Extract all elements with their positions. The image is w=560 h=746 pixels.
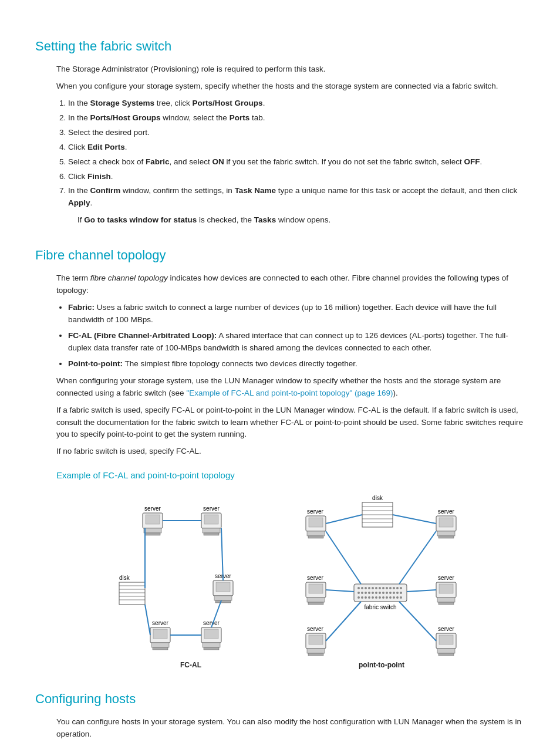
fcal-server-bl-base	[151, 643, 169, 647]
fcal-server-br-stand	[204, 647, 219, 650]
ptp-switch-dot5	[372, 587, 374, 589]
ptp-switch-dot16	[365, 592, 367, 594]
step5-bold2: ON	[212, 157, 224, 166]
ptp-server-br-base	[437, 649, 455, 653]
setting-note: If Go to tasks window for status is chec…	[56, 214, 525, 227]
fibre-para3: If a fabric switch is used, specify FC-A…	[56, 404, 525, 441]
ptp-switch-dot37	[393, 596, 395, 599]
ptp-server-tr-screen	[439, 518, 453, 527]
ptp-switch-dot38	[396, 596, 399, 599]
example-subtitle: Example of FC-AL and point-to-point topo…	[56, 468, 525, 482]
ptp-server-bl-stand	[308, 653, 323, 656]
fcal-disk-label: disk	[119, 575, 130, 581]
fcal-server-tl-screen	[146, 515, 160, 524]
step2-bold2: Ports	[230, 113, 250, 122]
fcal-diagram: disk server server	[109, 493, 273, 671]
step-7: In the Confirm window, confirm the setti…	[68, 185, 525, 210]
bullet-fcal: FC-AL (Fibre Channel-Arbitrated Loop): A…	[68, 330, 525, 355]
fcal-server-br-base	[203, 643, 220, 647]
ptp-fabric-switch-label: fabric switch	[364, 604, 396, 610]
fcal-server-tl-label: server	[144, 505, 161, 512]
fibre-channel-topology-title: Fibre channel topology	[35, 245, 525, 265]
ptp-server-tr-stand	[438, 536, 454, 538]
ptp-switch-dot27	[357, 596, 360, 599]
bullet-fabric: Fabric: Uses a fabric switch to connect …	[68, 302, 525, 326]
ptp-server-bl-base	[307, 649, 325, 653]
ptp-switch-dot13	[400, 587, 402, 589]
ptp-switch-dot35	[386, 596, 388, 599]
ptp-switch-dot24	[393, 592, 395, 594]
step1-bold2: Ports/Host Groups	[193, 99, 263, 107]
ptp-switch-dot28	[361, 596, 363, 599]
ptp-switch-dot6	[375, 587, 377, 589]
ptp-line1	[326, 515, 362, 524]
step1-bold1: Storage Systems	[90, 99, 155, 107]
ptp-switch-dot34	[382, 596, 384, 599]
ptp-switch-dot36	[389, 596, 392, 599]
fibre-para2: When configuring your storage system, us…	[56, 375, 525, 400]
ptp-server-mr-base	[437, 598, 455, 602]
ptp-switch-dot3	[365, 587, 367, 589]
ptp-switch-dot26	[400, 592, 402, 594]
ptp-server-br-screen	[439, 635, 453, 644]
setting-steps-list: In the Storage Systems tree, click Ports…	[56, 97, 525, 210]
step-3: Select the desired port.	[68, 127, 525, 139]
fibre-italic: fibre channel topology	[90, 274, 168, 282]
fcal-line6	[145, 605, 150, 635]
fcal-server-mr-base	[214, 596, 232, 600]
step5-bold1: Fabric	[146, 157, 170, 166]
bullet-ptp-bold: Point-to-point:	[68, 359, 123, 368]
ptp-diagram: disk server server s	[291, 493, 473, 671]
step-6: Click Finish.	[68, 171, 525, 183]
ptp-switch-dot7	[379, 587, 381, 589]
ptp-switch-dot12	[396, 587, 399, 589]
fcal-server-tr-base	[203, 528, 220, 533]
ptp-switch-dot1	[357, 587, 360, 589]
ptp-switch-dot22	[386, 592, 388, 594]
fcal-server-bl-stand	[153, 647, 168, 650]
ptp-server-tl-base	[307, 531, 325, 536]
ptp-switch-dot32	[375, 596, 377, 599]
fcal-server-br-screen	[204, 629, 218, 639]
ptp-line4	[399, 531, 436, 584]
setting-para2: When you configure your storage system, …	[56, 80, 525, 93]
ptp-line7	[326, 602, 361, 641]
bullet-ptp: Point-to-point: The simplest fibre topol…	[68, 358, 525, 370]
ptp-server-mr-screen	[439, 584, 453, 593]
ptp-server-br-label: server	[438, 626, 454, 632]
ptp-server-bl-screen	[309, 635, 323, 644]
configuring-hosts-para1: You can configure hosts in your storage …	[56, 716, 525, 741]
ptp-switch-dot2	[361, 587, 363, 589]
ptp-switch-dot39	[400, 596, 402, 599]
note-bold2: Tasks	[254, 215, 276, 224]
fcal-server-tl-base	[144, 528, 161, 533]
ptp-caption: point-to-point	[359, 660, 404, 671]
step6-bold: Finish	[87, 172, 111, 181]
fibre-link[interactable]: "Example of FC-AL and point-to-point top…	[186, 389, 393, 397]
ptp-switch-dot10	[389, 587, 392, 589]
setting-fabric-switch-title: Setting the fabric switch	[35, 36, 525, 56]
ptp-server-ml-label: server	[307, 575, 323, 581]
ptp-server-ml-base	[307, 598, 325, 602]
ptp-svg: disk server server s	[291, 493, 473, 657]
step-2: In the Ports/Host Groups window, select …	[68, 112, 525, 124]
topology-diagrams: disk server server	[56, 493, 525, 671]
ptp-disk-label: disk	[372, 495, 383, 501]
fcal-server-bl-screen	[153, 629, 167, 639]
ptp-server-ml-screen	[309, 584, 323, 593]
step5-bold3: OFF	[464, 157, 480, 166]
ptp-server-bl-label: server	[307, 626, 323, 632]
fibre-channel-topology-content: The term fibre channel topology indicate…	[35, 272, 525, 670]
fcal-server-mr-stand	[215, 600, 231, 603]
fcal-server-tr-stand	[204, 533, 219, 535]
ptp-server-mr-stand	[438, 602, 454, 605]
ptp-switch-dot14	[357, 592, 360, 594]
step-1: In the Storage Systems tree, click Ports…	[68, 97, 525, 110]
fcal-server-bl-label: server	[152, 620, 168, 626]
ptp-server-tl-stand	[308, 536, 323, 538]
ptp-switch-dot30	[368, 596, 370, 599]
ptp-line2	[393, 515, 436, 524]
ptp-switch-dot21	[382, 592, 384, 594]
fibre-para4: If no fabric switch is used, specify FC-…	[56, 445, 525, 458]
step7-bold3: Apply	[68, 198, 90, 207]
